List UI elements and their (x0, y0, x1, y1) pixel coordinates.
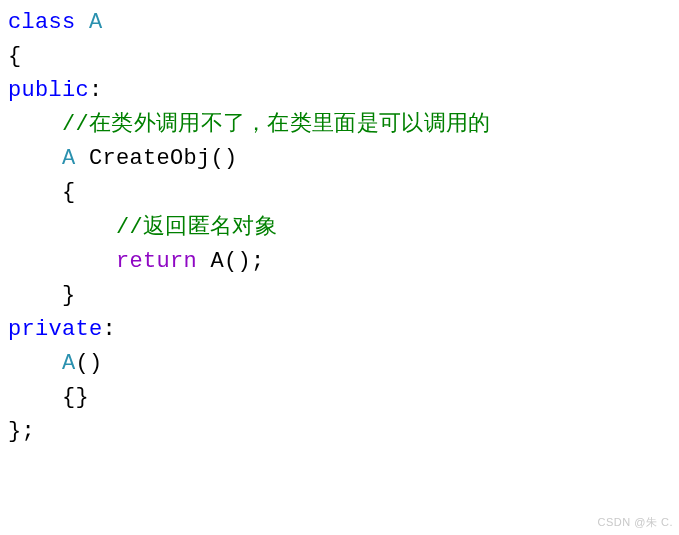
code-line: { (8, 176, 671, 210)
code-line: {} (8, 381, 671, 415)
code-line: //在类外调用不了，在类里面是可以调用的 (8, 108, 671, 142)
constructor-call: A(); (211, 249, 265, 274)
empty-body: {} (8, 385, 89, 410)
colon: : (89, 78, 103, 103)
constructor-name: A (8, 351, 76, 376)
code-line: A CreateObj() (8, 142, 671, 176)
code-line: { (8, 40, 671, 74)
colon: : (103, 317, 117, 342)
comment-line: //在类外调用不了，在类里面是可以调用的 (8, 112, 490, 137)
watermark: CSDN @朱 C. (598, 514, 673, 531)
brace-open: { (8, 180, 76, 205)
keyword-private: private (8, 317, 103, 342)
keyword-return: return (116, 249, 197, 274)
type-name: A (76, 10, 103, 35)
return-type: A (8, 146, 76, 171)
parens: () (211, 146, 238, 171)
code-line: private: (8, 313, 671, 347)
code-line: return A(); (8, 245, 671, 279)
code-line: //返回匿名对象 (8, 211, 671, 245)
code-line: }; (8, 415, 671, 449)
class-end: }; (8, 419, 35, 444)
parens: () (76, 351, 103, 376)
brace-open: { (8, 44, 22, 69)
keyword-class: class (8, 10, 76, 35)
code-line: A() (8, 347, 671, 381)
code-block: class A { public: //在类外调用不了，在类里面是可以调用的 A… (8, 6, 671, 449)
code-line: public: (8, 74, 671, 108)
keyword-public: public (8, 78, 89, 103)
code-line: class A (8, 6, 671, 40)
comment-line: //返回匿名对象 (8, 215, 277, 240)
code-line: } (8, 279, 671, 313)
function-name: CreateObj (76, 146, 211, 171)
indent (8, 249, 116, 274)
brace-close: } (8, 283, 76, 308)
space (197, 249, 211, 274)
